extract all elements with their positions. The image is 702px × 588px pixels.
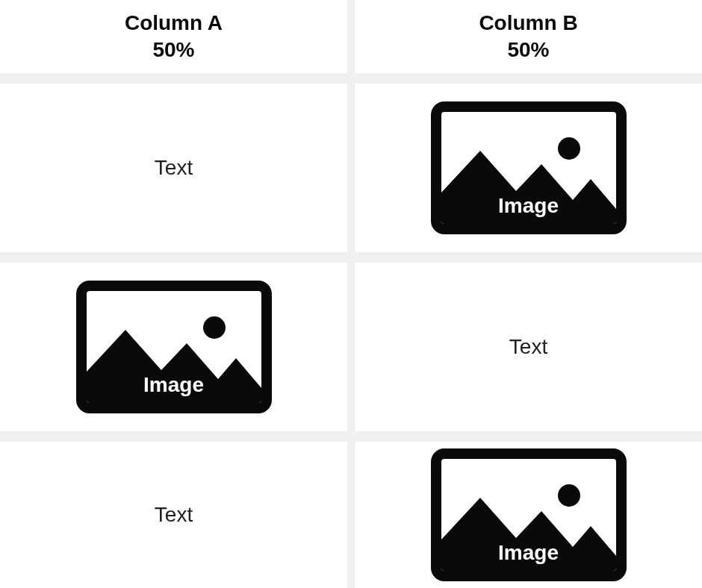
row-1-col-b: Image bbox=[355, 84, 702, 252]
column-b-header: Column B 50% bbox=[355, 0, 702, 73]
image-placeholder-icon: Image bbox=[76, 281, 272, 413]
column-a-subtitle: 50% bbox=[152, 38, 194, 62]
row-divider bbox=[0, 252, 702, 263]
image-placeholder-icon: Image bbox=[431, 101, 627, 234]
row-2-col-b: Text bbox=[355, 263, 702, 431]
image-label: Image bbox=[87, 373, 261, 397]
column-divider bbox=[347, 442, 355, 588]
column-a-title: Column A bbox=[125, 11, 223, 35]
text-label: Text bbox=[509, 335, 547, 359]
row-2-col-a: Image bbox=[0, 263, 347, 431]
column-divider bbox=[347, 84, 355, 252]
row-1-col-a: Text bbox=[0, 84, 347, 252]
layout-diagram: Column A 50% Column B 50% Text Image Ima… bbox=[0, 0, 702, 588]
column-a-header: Column A 50% bbox=[0, 0, 347, 73]
image-label: Image bbox=[441, 194, 616, 218]
text-label: Text bbox=[155, 156, 193, 180]
row-3-col-b: Image bbox=[355, 442, 702, 588]
column-b-subtitle: 50% bbox=[507, 38, 549, 62]
row-3-col-a: Text bbox=[0, 442, 347, 588]
image-placeholder-icon: Image bbox=[431, 448, 627, 581]
text-label: Text bbox=[155, 503, 193, 527]
column-divider bbox=[347, 0, 355, 73]
row-divider bbox=[0, 73, 702, 84]
column-b-title: Column B bbox=[479, 11, 577, 35]
row-divider bbox=[0, 431, 702, 442]
column-divider bbox=[347, 263, 355, 431]
image-label: Image bbox=[441, 541, 616, 565]
